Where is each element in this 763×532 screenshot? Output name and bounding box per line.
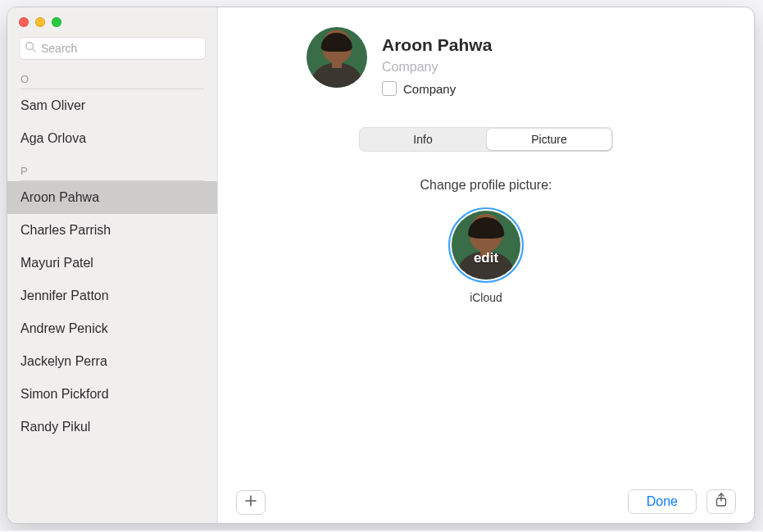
list-item[interactable]: Jackelyn Perra bbox=[7, 345, 217, 378]
picture-source-label: iCloud bbox=[470, 291, 502, 304]
list-item[interactable]: Charles Parrish bbox=[7, 214, 217, 247]
change-picture-heading: Change profile picture: bbox=[420, 178, 552, 193]
sidebar: O Sam Oliver Aga Orlova P Aroon Pahwa Ch… bbox=[7, 7, 218, 523]
contact-header: Aroon Pahwa Company Company bbox=[218, 7, 754, 96]
list-item[interactable]: Jennifer Patton bbox=[7, 280, 217, 312]
company-checkbox[interactable] bbox=[382, 81, 397, 96]
contact-detail-pane: Aroon Pahwa Company Company Info Picture… bbox=[218, 7, 754, 523]
share-button[interactable] bbox=[706, 489, 736, 514]
contacts-list[interactable]: O Sam Oliver Aga Orlova P Aroon Pahwa Ch… bbox=[7, 68, 217, 523]
search-icon bbox=[25, 41, 36, 56]
done-button[interactable]: Done bbox=[628, 489, 697, 514]
window-zoom-button[interactable] bbox=[52, 17, 61, 27]
window-traffic-lights bbox=[7, 7, 217, 32]
add-contact-button[interactable] bbox=[236, 490, 266, 515]
picture-source-tile: edit iCloud bbox=[448, 207, 524, 304]
last-name: Pahwa bbox=[438, 35, 493, 55]
tab-info[interactable]: Info bbox=[361, 129, 485, 150]
share-icon bbox=[715, 493, 728, 511]
list-item[interactable]: Andrew Penick bbox=[7, 312, 217, 345]
list-item[interactable]: Randy Pikul bbox=[7, 411, 217, 443]
name-field[interactable]: Aroon Pahwa bbox=[382, 35, 492, 55]
section-letter: O bbox=[20, 73, 29, 85]
list-item[interactable]: Aga Orlova bbox=[7, 122, 217, 155]
list-item[interactable]: Mayuri Patel bbox=[7, 247, 217, 280]
list-item[interactable]: Simon Pickford bbox=[7, 378, 217, 411]
info-picture-segmented-control: Info Picture bbox=[359, 127, 613, 152]
list-item[interactable]: Aroon Pahwa bbox=[7, 181, 217, 214]
company-field-placeholder[interactable]: Company bbox=[382, 60, 492, 75]
first-name: Aroon bbox=[382, 35, 433, 55]
profile-picture-edit-button[interactable]: edit bbox=[448, 207, 524, 283]
section-header: O bbox=[7, 68, 217, 87]
search-input[interactable] bbox=[39, 41, 200, 56]
window-close-button[interactable] bbox=[19, 17, 29, 27]
section-header: P bbox=[7, 160, 217, 179]
window-minimize-button[interactable] bbox=[35, 17, 45, 27]
company-checkbox-label: Company bbox=[403, 82, 456, 96]
section-letter: P bbox=[20, 165, 28, 177]
tab-picture[interactable]: Picture bbox=[487, 129, 611, 150]
plus-icon bbox=[244, 494, 257, 511]
company-checkbox-row: Company bbox=[382, 81, 492, 96]
avatar-image bbox=[452, 211, 520, 280]
contacts-window: O Sam Oliver Aga Orlova P Aroon Pahwa Ch… bbox=[7, 7, 755, 524]
contact-avatar[interactable] bbox=[307, 27, 367, 88]
avatar-image bbox=[307, 27, 367, 88]
bottom-toolbar: Done bbox=[218, 480, 754, 523]
list-item[interactable]: Sam Oliver bbox=[7, 89, 217, 122]
search-field[interactable] bbox=[19, 37, 206, 60]
svg-line-1 bbox=[33, 49, 36, 52]
